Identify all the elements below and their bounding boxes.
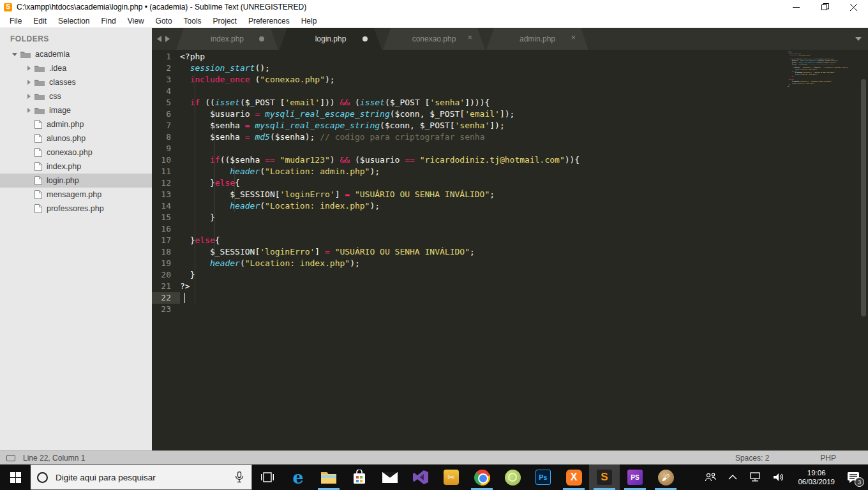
code-line-12[interactable]: 12 }else{ [152, 177, 580, 189]
code-line-19[interactable]: 19 header("Location: index.php"); [152, 258, 580, 269]
photoshop-taskbar-button[interactable]: Ps [528, 464, 558, 490]
people-button[interactable] [700, 464, 721, 490]
android-studio-icon [504, 469, 521, 486]
menu-goto[interactable]: Goto [150, 14, 178, 28]
tab-scroll-left-icon[interactable] [157, 36, 161, 42]
tab-overflow-button[interactable] [855, 28, 868, 50]
sidebar-file-conexao-php[interactable]: conexao.php [0, 145, 152, 160]
tools-app-taskbar-button[interactable]: ✂ [436, 464, 467, 490]
code-line-11[interactable]: 11 header("Location: admin.php"); [152, 166, 580, 177]
tab-scroll-right-icon[interactable] [165, 36, 170, 42]
line-number: 1 [152, 51, 180, 63]
sidebar-folder--idea[interactable]: .idea [0, 61, 152, 75]
tab-admin-php[interactable]: admin.php× [486, 28, 588, 50]
code-line-14[interactable]: 14 header("Location: index.php"); [152, 200, 580, 212]
sublime-text-taskbar-button[interactable]: S [589, 464, 620, 490]
search-input[interactable] [56, 473, 227, 482]
sidebar-file-login-php[interactable]: login.php [0, 174, 152, 188]
chevron-right-icon[interactable] [27, 94, 31, 99]
volume-button[interactable] [768, 464, 790, 490]
sidebar-file-mensagem-php[interactable]: mensagem.php [0, 188, 152, 202]
menu-find[interactable]: Find [95, 14, 121, 28]
microsoft-store-icon [351, 469, 368, 486]
vertical-scrollbar[interactable] [861, 79, 866, 316]
chevron-right-icon[interactable] [27, 66, 31, 71]
code-line-8[interactable]: 8 $senha = md5($senha); // codigo para c… [152, 131, 580, 143]
edge-taskbar-button[interactable]: e [283, 464, 313, 490]
start-button[interactable] [0, 464, 31, 490]
editor-region: index.phplogin.phpconexao.php×admin.php×… [152, 28, 868, 450]
xampp-taskbar-button[interactable]: X [558, 464, 589, 490]
tab-conexao-php[interactable]: conexao.php× [383, 28, 485, 50]
visual-studio-taskbar-button[interactable] [405, 464, 436, 490]
sidebar-file-alunos-php[interactable]: alunos.php [0, 131, 152, 145]
mail-taskbar-button[interactable] [375, 464, 405, 490]
chevron-down-icon[interactable] [12, 53, 17, 56]
code-line-23[interactable]: 23 [152, 304, 580, 315]
code-line-16[interactable]: 16 [152, 223, 580, 235]
sidebar-folder-classes[interactable]: classes [0, 75, 152, 89]
tab-label: login.php [315, 34, 347, 43]
code-line-17[interactable]: 17 }else{ [152, 235, 580, 246]
sidebar-file-admin-php[interactable]: admin.php [0, 117, 152, 131]
taskbar-search[interactable] [31, 464, 252, 490]
microphone-icon[interactable] [235, 471, 244, 483]
code-line-3[interactable]: 3 include_once ("conexao.php"); [152, 74, 580, 85]
close-button[interactable] [839, 0, 868, 14]
code-line-21[interactable]: 21?> [152, 281, 580, 292]
code-line-4[interactable]: 4 [152, 85, 580, 97]
line-content: }else{ [180, 235, 220, 246]
syntax-mode[interactable]: PHP [820, 454, 836, 463]
tab-login-php[interactable]: login.php [280, 28, 382, 50]
gimp-taskbar-button[interactable]: 🖌 [650, 464, 681, 490]
code-line-20[interactable]: 20 } [152, 269, 580, 281]
menu-selection[interactable]: Selection [52, 14, 95, 28]
code-line-5[interactable]: 5 if ((isset($_POST ['email'])) && (isse… [152, 97, 580, 108]
chevron-right-icon[interactable] [27, 108, 31, 113]
tab-close-icon[interactable]: × [571, 33, 576, 41]
tab-close-icon[interactable]: × [467, 33, 472, 41]
code-line-13[interactable]: 13 $_SESSION['loginErro'] = "USUÁRIO OU … [152, 189, 580, 200]
show-hidden-icons-button[interactable] [724, 464, 742, 490]
task-view-button[interactable] [252, 464, 283, 490]
sidebar-folder-css[interactable]: css [0, 89, 152, 103]
restore-button[interactable] [811, 0, 839, 14]
network-button[interactable] [744, 464, 766, 490]
code-line-18[interactable]: 18 $_SESSION['loginErro'] = "USUÁRIO OU … [152, 246, 580, 258]
tab-index-php[interactable]: index.php [176, 28, 278, 50]
code-area[interactable]: 1<?php2 session_start();3 include_once (… [152, 50, 868, 450]
file-explorer-taskbar-button[interactable] [313, 464, 344, 490]
menu-project[interactable]: Project [207, 14, 243, 28]
panel-toggle-icon[interactable] [6, 455, 15, 461]
menu-tools[interactable]: Tools [178, 14, 207, 28]
minimap[interactable]: <?php session_start(); include_once ("co… [788, 51, 859, 128]
minimize-button[interactable] [782, 0, 811, 14]
microsoft-store-taskbar-button[interactable] [344, 464, 375, 490]
menu-view[interactable]: View [122, 14, 150, 28]
code-line-7[interactable]: 7 $senha = mysqli_real_escape_string($co… [152, 120, 580, 131]
photoshop-icon: Ps [535, 469, 551, 486]
code-line-6[interactable]: 6 $usuario = mysqli_real_escape_string($… [152, 108, 580, 120]
menu-preferences[interactable]: Preferences [243, 14, 296, 28]
code-line-1[interactable]: 1<?php [152, 51, 580, 63]
action-center-button[interactable]: 3 [842, 464, 865, 490]
sidebar-file-professores-php[interactable]: professores.php [0, 202, 152, 216]
menu-file[interactable]: File [4, 14, 27, 28]
phpstorm-taskbar-button[interactable]: PS [620, 464, 650, 490]
chevron-right-icon[interactable] [27, 80, 31, 85]
menu-edit[interactable]: Edit [27, 14, 52, 28]
tab-bar: index.phplogin.phpconexao.php×admin.php× [152, 28, 868, 50]
code-line-22[interactable]: 22 [152, 292, 580, 304]
indent-setting[interactable]: Spaces: 2 [735, 454, 769, 463]
clock[interactable]: 19:06 06/03/2019 [793, 468, 840, 486]
code-line-9[interactable]: 9 [152, 143, 580, 154]
sidebar-folder-academia[interactable]: academia [0, 47, 152, 61]
android-studio-taskbar-button[interactable] [497, 464, 528, 490]
code-line-10[interactable]: 10 if(($senha == "mudar123") && ($usuari… [152, 154, 580, 166]
menu-help[interactable]: Help [296, 14, 323, 28]
chrome-taskbar-button[interactable] [467, 464, 497, 490]
sidebar-file-index-php[interactable]: index.php [0, 160, 152, 174]
sidebar-folder-image[interactable]: image [0, 103, 152, 117]
code-line-2[interactable]: 2 session_start(); [152, 63, 580, 74]
code-line-15[interactable]: 15 } [152, 212, 580, 223]
